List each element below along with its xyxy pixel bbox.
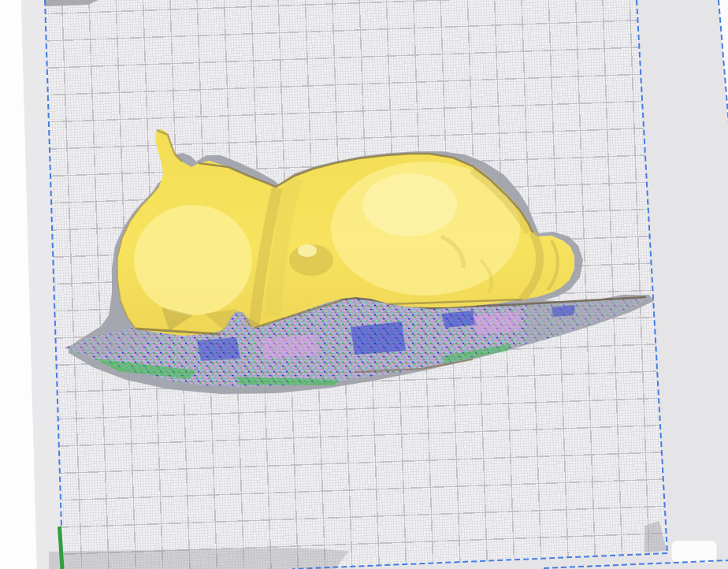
scene-overlay bbox=[0, 0, 728, 569]
scan-base-blue-patch bbox=[197, 337, 240, 361]
scan-base-blue-patch bbox=[351, 322, 406, 355]
model-haunch-highlight bbox=[134, 205, 252, 315]
scan-base-blade-gray bbox=[526, 297, 646, 344]
slicer-3d-viewport[interactable] bbox=[0, 0, 728, 569]
plate-clip-tab bbox=[671, 541, 717, 563]
plate-edge-green-highlight bbox=[60, 526, 63, 569]
scan-base-pink-patch bbox=[473, 311, 520, 335]
plate-band-bottom bbox=[307, 553, 728, 569]
model-head-bright-spot bbox=[362, 173, 457, 236]
plate-top-edge-strip bbox=[45, 0, 98, 6]
plate-side-band-right bbox=[637, 0, 728, 561]
plate-corner-shadow-blob bbox=[644, 521, 667, 552]
plate-bottom-left-shadow-wedge bbox=[49, 548, 349, 569]
model-belly-dimple-light bbox=[298, 244, 317, 257]
